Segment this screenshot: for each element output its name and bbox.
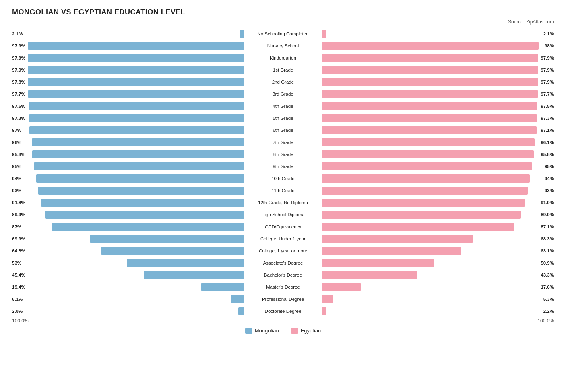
right-section: 97.1% [322,125,554,135]
left-value: 97% [12,128,21,133]
right-bar [322,223,514,231]
row-label: 9th Grade [244,164,322,169]
right-value: 97.5% [541,104,554,109]
left-section: 97.9% [12,65,244,75]
left-section: 45.4% [12,270,244,280]
bar-row: 2.8%Doctorate Degree2.2% [12,306,554,316]
legend-egyptian: Egyptian [291,328,321,334]
bar-row: 97.8%2nd Grade97.9% [12,77,554,87]
right-bar [322,295,333,303]
right-section: 95.8% [322,149,554,160]
right-section: 91.9% [322,197,554,208]
bar-row: 95%9th Grade95% [12,161,554,172]
left-bar [28,42,244,50]
bar-row: 87%GED/Equivalency87.1% [12,222,554,232]
bar-row: 97%6th Grade97.1% [12,125,554,135]
left-value: 53% [12,261,21,265]
egyptian-label: Egyptian [301,328,321,334]
right-value: 97.9% [541,55,554,60]
right-value: 89.9% [541,212,554,217]
row-label: Doctorate Degree [244,309,322,314]
left-section: 53% [12,258,244,268]
bar-row: 64.8%College, 1 year or more63.1% [12,246,554,256]
left-value: 97.9% [12,55,25,60]
left-bar [240,30,244,38]
bar-row: 95.8%8th Grade95.8% [12,149,554,160]
left-value: 89.9% [12,212,25,217]
left-section: 91.8% [12,197,244,208]
left-bar [127,259,244,267]
right-section: 2.1% [322,29,554,39]
bar-row: 97.9%Kindergarten97.9% [12,53,554,63]
left-bar [90,235,244,243]
right-value: 63.1% [541,248,554,253]
row-label: 4th Grade [244,104,322,109]
right-section: 89.9% [322,209,554,220]
bar-row: 6.1%Professional Degree5.3% [12,294,554,304]
left-value: 94% [12,176,21,181]
bar-row: 97.9%1st Grade97.9% [12,65,554,75]
right-section: 5.3% [322,294,554,304]
right-section: 95% [322,161,554,172]
right-section: 97.9% [322,53,554,63]
egyptian-color-swatch [291,328,298,334]
left-bar [45,211,244,219]
left-value: 97.9% [12,43,25,48]
bottom-right-label: 100.0% [537,318,554,324]
bar-row: 96%7th Grade96.1% [12,137,554,148]
right-value: 97.3% [541,116,554,121]
left-section: 87% [12,222,244,232]
row-label: Professional Degree [244,297,322,302]
left-section: 93% [12,185,244,196]
right-section: 97.9% [322,65,554,75]
right-bar [322,54,538,62]
left-value: 19.4% [12,285,25,289]
row-label: 1st Grade [244,68,322,72]
row-label: Bachelor's Degree [244,273,322,277]
right-bar [322,138,535,146]
right-bar [322,247,461,255]
left-value: 95.8% [12,152,25,157]
right-value: 97.9% [541,68,554,72]
left-bar [201,283,244,291]
left-section: 95% [12,161,244,172]
left-section: 97.9% [12,41,244,51]
left-section: 69.9% [12,234,244,244]
left-value: 97.5% [12,104,25,109]
bar-row: 93%11th Grade93% [12,185,554,196]
left-section: 64.8% [12,246,244,256]
row-label: Nursery School [244,43,322,48]
left-value: 97.8% [12,80,25,84]
right-bar [322,126,537,134]
row-label: High School Diploma [244,212,322,217]
right-section: 17.6% [322,282,554,292]
left-value: 97.9% [12,68,25,72]
right-value: 93% [545,188,554,193]
right-value: 50.9% [541,261,554,265]
right-value: 95% [545,164,554,169]
row-label: 3rd Grade [244,92,322,96]
left-bar [29,102,244,110]
row-label: 2nd Grade [244,80,322,84]
row-label: 8th Grade [244,152,322,157]
bar-row: 91.8%12th Grade, No Diploma91.9% [12,197,554,208]
right-bar [322,307,326,315]
row-label: College, 1 year or more [244,248,322,253]
right-value: 68.3% [541,236,554,241]
bottom-labels: 100.0% 100.0% [12,318,554,324]
left-value: 6.1% [12,297,23,302]
right-value: 17.6% [541,285,554,289]
bar-row: 94%10th Grade94% [12,173,554,184]
left-bar [28,90,244,98]
left-value: 45.4% [12,273,25,277]
row-label: 12th Grade, No Diploma [244,200,322,205]
right-section: 98% [322,41,554,51]
row-label: 6th Grade [244,128,322,133]
right-value: 43.3% [541,273,554,277]
left-section: 6.1% [12,294,244,304]
left-bar [28,66,244,74]
left-value: 91.8% [12,200,25,205]
right-bar [322,90,538,98]
left-value: 97.3% [12,116,25,121]
right-section: 50.9% [322,258,554,268]
